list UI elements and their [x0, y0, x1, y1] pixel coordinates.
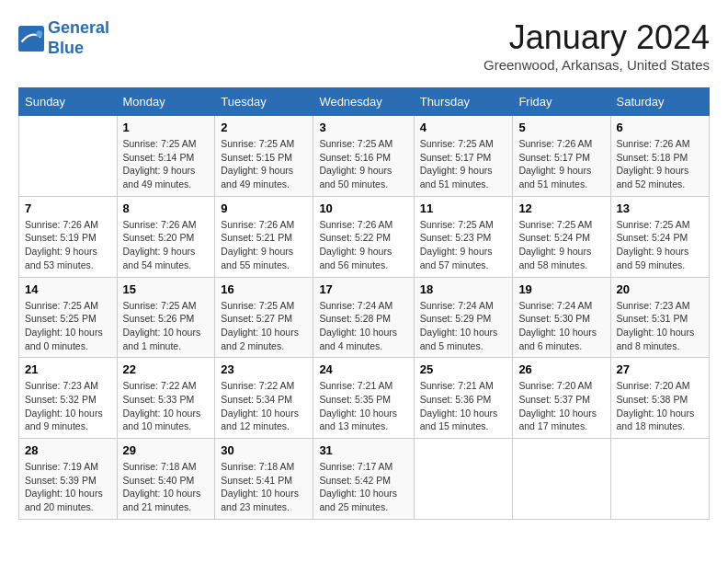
- calendar-cell: 27Sunrise: 7:20 AMSunset: 5:38 PMDayligh…: [610, 358, 710, 439]
- calendar-cell: 8Sunrise: 7:26 AMSunset: 5:20 PMDaylight…: [117, 196, 215, 277]
- header-day-thursday: Thursday: [414, 88, 513, 116]
- week-row-4: 21Sunrise: 7:23 AMSunset: 5:32 PMDayligh…: [19, 358, 710, 439]
- calendar-cell: 9Sunrise: 7:26 AMSunset: 5:21 PMDaylight…: [215, 196, 313, 277]
- calendar-cell: 24Sunrise: 7:21 AMSunset: 5:35 PMDayligh…: [313, 358, 414, 439]
- week-row-3: 14Sunrise: 7:25 AMSunset: 5:25 PMDayligh…: [19, 277, 710, 358]
- day-number: 24: [319, 362, 407, 376]
- day-number: 25: [420, 362, 507, 376]
- calendar-body: 1Sunrise: 7:25 AMSunset: 5:14 PMDaylight…: [19, 116, 710, 520]
- calendar-cell: 29Sunrise: 7:18 AMSunset: 5:40 PMDayligh…: [117, 439, 215, 520]
- day-number: 1: [123, 121, 210, 134]
- calendar-cell: 20Sunrise: 7:23 AMSunset: 5:31 PMDayligh…: [610, 277, 710, 358]
- day-number: 8: [123, 201, 210, 215]
- day-number: 27: [617, 362, 704, 376]
- day-info: Sunrise: 7:23 AMSunset: 5:32 PMDaylight:…: [25, 379, 111, 433]
- calendar-header: SundayMondayTuesdayWednesdayThursdayFrid…: [19, 88, 710, 116]
- header-day-tuesday: Tuesday: [215, 88, 313, 116]
- calendar-cell: 15Sunrise: 7:25 AMSunset: 5:26 PMDayligh…: [117, 277, 215, 358]
- day-number: 30: [221, 443, 307, 457]
- day-info: Sunrise: 7:22 AMSunset: 5:34 PMDaylight:…: [221, 379, 307, 433]
- calendar-cell: 18Sunrise: 7:24 AMSunset: 5:29 PMDayligh…: [414, 277, 513, 358]
- day-number: 16: [221, 282, 307, 296]
- calendar-cell: 31Sunrise: 7:17 AMSunset: 5:42 PMDayligh…: [313, 439, 414, 520]
- svg-point-1: [36, 30, 42, 37]
- day-info: Sunrise: 7:25 AMSunset: 5:24 PMDaylight:…: [518, 218, 604, 272]
- day-number: 18: [420, 282, 507, 296]
- day-info: Sunrise: 7:20 AMSunset: 5:38 PMDaylight:…: [617, 379, 704, 433]
- day-info: Sunrise: 7:25 AMSunset: 5:17 PMDaylight:…: [420, 137, 507, 191]
- day-info: Sunrise: 7:21 AMSunset: 5:36 PMDaylight:…: [420, 379, 507, 433]
- calendar-cell: 28Sunrise: 7:19 AMSunset: 5:39 PMDayligh…: [19, 439, 118, 520]
- header-row: SundayMondayTuesdayWednesdayThursdayFrid…: [19, 88, 710, 116]
- logo-icon: [18, 26, 44, 52]
- header-day-sunday: Sunday: [19, 88, 118, 116]
- day-number: 28: [25, 443, 111, 457]
- calendar-cell: 30Sunrise: 7:18 AMSunset: 5:41 PMDayligh…: [215, 439, 313, 520]
- day-number: 21: [25, 362, 111, 376]
- calendar-cell: 13Sunrise: 7:25 AMSunset: 5:24 PMDayligh…: [610, 196, 710, 277]
- calendar-cell: 2Sunrise: 7:25 AMSunset: 5:15 PMDaylight…: [215, 116, 313, 197]
- header-day-friday: Friday: [513, 88, 610, 116]
- day-number: 29: [123, 443, 210, 457]
- day-info: Sunrise: 7:19 AMSunset: 5:39 PMDaylight:…: [25, 460, 111, 514]
- calendar-cell: 25Sunrise: 7:21 AMSunset: 5:36 PMDayligh…: [414, 358, 513, 439]
- day-info: Sunrise: 7:26 AMSunset: 5:18 PMDaylight:…: [617, 137, 704, 191]
- logo-text: General Blue: [48, 18, 109, 58]
- day-number: 26: [518, 362, 604, 376]
- day-info: Sunrise: 7:24 AMSunset: 5:28 PMDaylight:…: [319, 299, 407, 353]
- day-info: Sunrise: 7:26 AMSunset: 5:21 PMDaylight:…: [221, 218, 307, 272]
- day-number: 31: [319, 443, 407, 457]
- calendar-cell: 22Sunrise: 7:22 AMSunset: 5:33 PMDayligh…: [117, 358, 215, 439]
- calendar-cell: 23Sunrise: 7:22 AMSunset: 5:34 PMDayligh…: [215, 358, 313, 439]
- day-info: Sunrise: 7:26 AMSunset: 5:17 PMDaylight:…: [518, 137, 604, 191]
- day-number: 5: [518, 121, 604, 134]
- day-info: Sunrise: 7:24 AMSunset: 5:30 PMDaylight:…: [518, 299, 604, 353]
- calendar-cell: 12Sunrise: 7:25 AMSunset: 5:24 PMDayligh…: [513, 196, 610, 277]
- day-info: Sunrise: 7:25 AMSunset: 5:15 PMDaylight:…: [221, 137, 307, 191]
- day-info: Sunrise: 7:25 AMSunset: 5:23 PMDaylight:…: [420, 218, 507, 272]
- day-number: 17: [319, 282, 407, 296]
- calendar-cell: 17Sunrise: 7:24 AMSunset: 5:28 PMDayligh…: [313, 277, 414, 358]
- month-year-title: January 2024: [483, 18, 710, 57]
- calendar-cell: 6Sunrise: 7:26 AMSunset: 5:18 PMDaylight…: [610, 116, 710, 197]
- day-info: Sunrise: 7:25 AMSunset: 5:26 PMDaylight:…: [123, 299, 210, 353]
- header-day-wednesday: Wednesday: [313, 88, 414, 116]
- day-info: Sunrise: 7:25 AMSunset: 5:16 PMDaylight:…: [319, 137, 407, 191]
- day-info: Sunrise: 7:17 AMSunset: 5:42 PMDaylight:…: [319, 460, 407, 514]
- day-number: 12: [518, 201, 604, 215]
- calendar-cell: 26Sunrise: 7:20 AMSunset: 5:37 PMDayligh…: [513, 358, 610, 439]
- week-row-1: 1Sunrise: 7:25 AMSunset: 5:14 PMDaylight…: [19, 116, 710, 197]
- day-number: 9: [221, 201, 307, 215]
- title-block: January 2024 Greenwood, Arkansas, United…: [483, 18, 710, 73]
- calendar-cell: [513, 439, 610, 520]
- day-number: 6: [617, 121, 704, 134]
- day-info: Sunrise: 7:25 AMSunset: 5:25 PMDaylight:…: [25, 299, 111, 353]
- day-number: 15: [123, 282, 210, 296]
- day-number: 3: [319, 121, 407, 134]
- day-info: Sunrise: 7:26 AMSunset: 5:20 PMDaylight:…: [123, 218, 210, 272]
- calendar-cell: 5Sunrise: 7:26 AMSunset: 5:17 PMDaylight…: [513, 116, 610, 197]
- day-info: Sunrise: 7:22 AMSunset: 5:33 PMDaylight:…: [123, 379, 210, 433]
- day-info: Sunrise: 7:18 AMSunset: 5:40 PMDaylight:…: [123, 460, 210, 514]
- logo: General Blue: [18, 18, 109, 58]
- calendar-cell: 7Sunrise: 7:26 AMSunset: 5:19 PMDaylight…: [19, 196, 118, 277]
- day-number: 2: [221, 121, 307, 134]
- day-info: Sunrise: 7:26 AMSunset: 5:22 PMDaylight:…: [319, 218, 407, 272]
- calendar-cell: 19Sunrise: 7:24 AMSunset: 5:30 PMDayligh…: [513, 277, 610, 358]
- day-number: 22: [123, 362, 210, 376]
- day-number: 13: [617, 201, 704, 215]
- day-number: 19: [518, 282, 604, 296]
- calendar-cell: [19, 116, 118, 197]
- page-header: General Blue January 2024 Greenwood, Ark…: [18, 18, 710, 73]
- day-number: 23: [221, 362, 307, 376]
- day-number: 20: [617, 282, 704, 296]
- header-day-monday: Monday: [117, 88, 215, 116]
- calendar-cell: 1Sunrise: 7:25 AMSunset: 5:14 PMDaylight…: [117, 116, 215, 197]
- calendar-cell: 10Sunrise: 7:26 AMSunset: 5:22 PMDayligh…: [313, 196, 414, 277]
- calendar-cell: 3Sunrise: 7:25 AMSunset: 5:16 PMDaylight…: [313, 116, 414, 197]
- week-row-2: 7Sunrise: 7:26 AMSunset: 5:19 PMDaylight…: [19, 196, 710, 277]
- calendar-cell: 4Sunrise: 7:25 AMSunset: 5:17 PMDaylight…: [414, 116, 513, 197]
- day-info: Sunrise: 7:21 AMSunset: 5:35 PMDaylight:…: [319, 379, 407, 433]
- calendar-cell: 11Sunrise: 7:25 AMSunset: 5:23 PMDayligh…: [414, 196, 513, 277]
- calendar-cell: 16Sunrise: 7:25 AMSunset: 5:27 PMDayligh…: [215, 277, 313, 358]
